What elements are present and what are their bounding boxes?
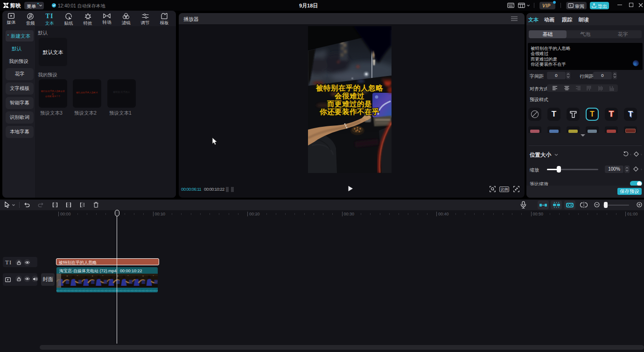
svg-text:而更难过的是: 而更难过的是 (327, 100, 372, 108)
svg-text:你还要装作不在乎: 你还要装作不在乎 (319, 108, 379, 116)
svg-text:会很难过: 会很难过 (334, 92, 364, 100)
svg-text:被特别在乎的人忽略: 被特别在乎的人忽略 (315, 84, 383, 92)
